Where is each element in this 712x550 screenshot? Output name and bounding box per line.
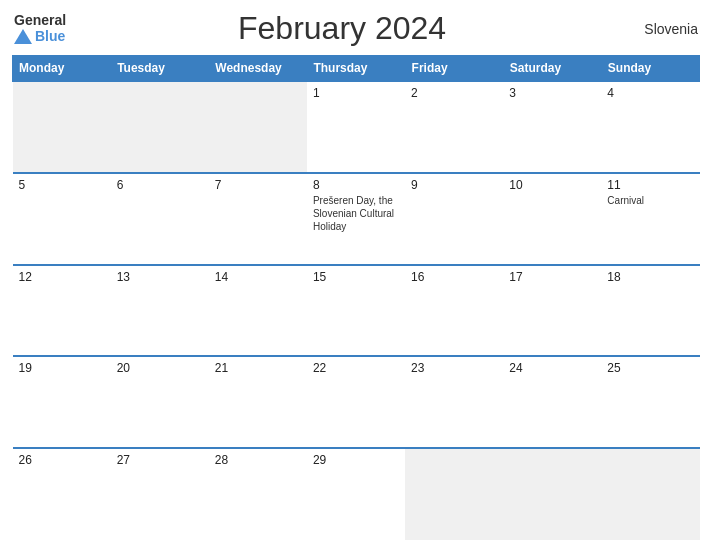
calendar-cell [13,81,111,173]
day-number: 12 [19,270,105,284]
weekday-header-thursday: Thursday [307,56,405,82]
calendar-cell [503,448,601,540]
calendar-cell: 7 [209,173,307,265]
calendar-cell: 26 [13,448,111,540]
day-number: 29 [313,453,399,467]
calendar-cell: 23 [405,356,503,448]
calendar-cell: 17 [503,265,601,357]
country-label: Slovenia [618,21,698,37]
day-number: 14 [215,270,301,284]
weekday-header-saturday: Saturday [503,56,601,82]
weekday-header-tuesday: Tuesday [111,56,209,82]
calendar-cell: 28 [209,448,307,540]
calendar-cell: 21 [209,356,307,448]
day-number: 27 [117,453,203,467]
logo-general-text: General [14,13,66,28]
calendar-cell: 3 [503,81,601,173]
calendar-cell: 20 [111,356,209,448]
calendar-cell: 4 [601,81,699,173]
calendar-cell [209,81,307,173]
week-row-2: 5678Prešeren Day, the Slovenian Cultural… [13,173,700,265]
calendar-cell: 8Prešeren Day, the Slovenian Cultural Ho… [307,173,405,265]
day-number: 11 [607,178,693,192]
calendar-cell [601,448,699,540]
header: General Blue February 2024 Slovenia [12,10,700,47]
calendar-cell: 12 [13,265,111,357]
day-number: 7 [215,178,301,192]
day-number: 15 [313,270,399,284]
calendar-cell [405,448,503,540]
calendar-cell: 2 [405,81,503,173]
calendar-cell: 6 [111,173,209,265]
calendar-cell: 16 [405,265,503,357]
calendar-cell [111,81,209,173]
day-number: 9 [411,178,497,192]
day-number: 17 [509,270,595,284]
day-number: 1 [313,86,399,100]
day-number: 20 [117,361,203,375]
calendar-cell: 24 [503,356,601,448]
day-number: 5 [19,178,105,192]
weekday-header-friday: Friday [405,56,503,82]
weekday-header-wednesday: Wednesday [209,56,307,82]
week-row-5: 26272829 [13,448,700,540]
calendar-cell: 5 [13,173,111,265]
week-row-1: 1234 [13,81,700,173]
calendar-cell: 18 [601,265,699,357]
logo: General Blue [14,13,66,44]
calendar-cell: 19 [13,356,111,448]
day-number: 18 [607,270,693,284]
day-number: 19 [19,361,105,375]
week-row-3: 12131415161718 [13,265,700,357]
day-number: 10 [509,178,595,192]
calendar-table: MondayTuesdayWednesdayThursdayFridaySatu… [12,55,700,540]
day-number: 3 [509,86,595,100]
event-text: Prešeren Day, the Slovenian Cultural Hol… [313,195,394,232]
day-number: 13 [117,270,203,284]
logo-blue-text: Blue [35,29,65,44]
day-number: 26 [19,453,105,467]
calendar-cell: 10 [503,173,601,265]
calendar-cell: 14 [209,265,307,357]
day-number: 6 [117,178,203,192]
day-number: 25 [607,361,693,375]
day-number: 22 [313,361,399,375]
calendar-cell: 11Carnival [601,173,699,265]
day-number: 28 [215,453,301,467]
calendar-cell: 9 [405,173,503,265]
day-number: 16 [411,270,497,284]
calendar-cell: 1 [307,81,405,173]
calendar-wrapper: General Blue February 2024 Slovenia Mond… [0,0,712,550]
calendar-cell: 27 [111,448,209,540]
day-number: 24 [509,361,595,375]
logo-triangle-icon [14,29,32,44]
day-number: 23 [411,361,497,375]
weekday-header-row: MondayTuesdayWednesdayThursdayFridaySatu… [13,56,700,82]
calendar-cell: 13 [111,265,209,357]
calendar-cell: 29 [307,448,405,540]
calendar-cell: 25 [601,356,699,448]
month-title: February 2024 [66,10,618,47]
weekday-header-monday: Monday [13,56,111,82]
event-text: Carnival [607,195,644,206]
weekday-header-sunday: Sunday [601,56,699,82]
calendar-cell: 15 [307,265,405,357]
day-number: 4 [607,86,693,100]
day-number: 2 [411,86,497,100]
day-number: 8 [313,178,399,192]
day-number: 21 [215,361,301,375]
calendar-cell: 22 [307,356,405,448]
week-row-4: 19202122232425 [13,356,700,448]
